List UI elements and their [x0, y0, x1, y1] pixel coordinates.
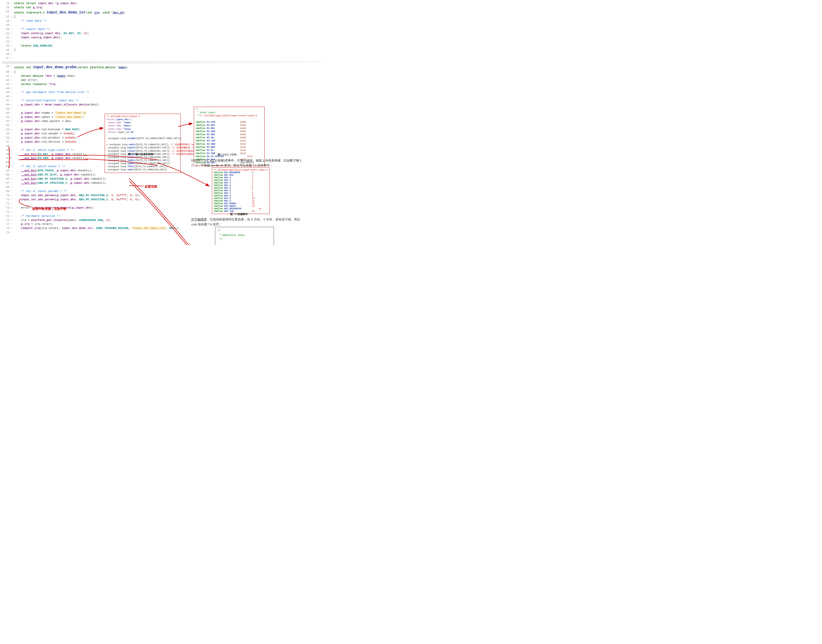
code-line: 33:	[2, 40, 322, 44]
line-number: 34	[2, 44, 11, 48]
line-text	[14, 185, 322, 189]
code-line: 25:static int g_irq;	[2, 6, 322, 10]
code-line: 44:	[2, 87, 322, 91]
code-line: 67: __set_bit(ABS_MT_POSITION_Y, g_input…	[2, 181, 322, 185]
code-line: 40:{	[2, 70, 322, 74]
line-text: static irqreturn_t input_dev_demo_isr(in…	[14, 10, 322, 15]
code-line: 28: /* read data */	[2, 19, 322, 23]
line-number: 42	[2, 78, 11, 83]
line-number: 37	[2, 56, 11, 60]
line-number: 77	[2, 222, 11, 226]
line-text: input_set_abs_params(g_input_dev, ABS_MT…	[14, 193, 322, 198]
line-text: static int input_dev_demo_probe(struct p…	[14, 64, 322, 70]
line-number: 71	[2, 198, 11, 202]
line-text: input_sync(g_input_dev);	[14, 36, 322, 40]
line-number: 52	[2, 120, 11, 124]
line-text: request_irq(irq->start, input_dev_demo_i…	[14, 226, 322, 230]
figure-7-2-caption: 图 7.2 输入设备结构体	[105, 152, 177, 156]
code-line: 41: struct device *dev = &pdev->dev;	[2, 74, 322, 78]
line-number: 44	[2, 87, 11, 91]
line-text: {	[14, 15, 322, 19]
line-number: 36	[2, 52, 11, 56]
line-text: /* report data */	[14, 28, 322, 32]
line-text: {	[14, 70, 322, 74]
line-text: /* alloc/set/register input_dev */	[14, 99, 322, 103]
line-text: /* get hardware info from device tree */	[14, 90, 322, 95]
code-block-isr: 24:static struct input_dev *g_input_dev;…	[2, 2, 322, 60]
code-line: 27:{	[2, 15, 322, 19]
line-text: struct device *dev = &pdev->dev;	[14, 74, 322, 78]
line-number: 26	[2, 10, 11, 15]
line-number: 65	[2, 173, 11, 177]
line-number: 67	[2, 181, 11, 185]
line-number: 79	[2, 230, 11, 235]
line-text: input_event(g_input_dev, EV_KEY, XX, 0);	[14, 32, 322, 36]
figure-7-2-box: // include/linux/input.h struct input_de…	[105, 114, 181, 173]
line-number: 53	[2, 124, 11, 128]
line-number: 45	[2, 90, 11, 95]
code-line: 26:static irqreturn_t input_dev_demo_isr…	[2, 10, 322, 15]
prose-touchscreen: 对于触摸屏，它提供的是绝对位置信息，有 X 方向、Y 方向，还有压力值。所以 c…	[191, 217, 302, 227]
line-number: 74	[2, 210, 11, 214]
line-number: 55	[2, 132, 11, 136]
line-number: 56	[2, 136, 11, 140]
document-page: 24:static struct input_dev *g_input_dev;…	[0, 0, 325, 245]
line-number: 40	[2, 70, 11, 74]
line-text: }	[14, 48, 322, 52]
line-number: 54	[2, 128, 11, 132]
prose-evkey: 比如对于 EV_KEY(按键)类事件，它表示键盘。键盘上有很多按键，比如数字键 …	[191, 158, 308, 168]
figure-7-5-caption: 图 7.5 按键事件	[212, 212, 266, 216]
line-number: 41	[2, 74, 11, 78]
figure-7-5-box: // include/uapi/linux/input-event-codes.…	[212, 167, 270, 214]
line-text: input_set_abs_params(g_input_dev, ABS_MT…	[14, 198, 322, 202]
line-number: 66	[2, 177, 11, 181]
line-number: 78	[2, 226, 11, 230]
code-line: 70: input_set_abs_params(g_input_dev, AB…	[2, 193, 322, 198]
code-line: 66: __set_bit(ABS_MT_POSITION_X, g_input…	[2, 177, 322, 181]
line-number: 76	[2, 218, 11, 222]
line-number: 46	[2, 95, 11, 99]
line-number: 27	[2, 15, 11, 19]
code-line: 72:	[2, 202, 322, 206]
line-text: return IRQ_HANDLED;	[14, 44, 322, 48]
line-text: struct resource *irq;	[14, 83, 322, 87]
line-text: __set_bit(ABS_MT_SLOT, g_input_dev->absb…	[14, 173, 322, 177]
line-number: 73	[2, 206, 11, 210]
code-line: 31: input_event(g_input_dev, EV_KEY, XX,…	[2, 32, 322, 36]
line-number: 28	[2, 19, 11, 23]
section-shadow	[2, 62, 322, 64]
line-text	[14, 40, 322, 44]
code-line: 71: input_set_abs_params(g_input_dev, AB…	[2, 198, 322, 202]
code-line: 32: input_sync(g_input_dev);	[2, 36, 322, 40]
line-number: 72	[2, 202, 11, 206]
code-line: 34: return IRQ_HANDLED;	[2, 44, 322, 48]
code-line: 48: g_input_dev = devm_input_allocate_de…	[2, 103, 322, 107]
line-text	[14, 230, 322, 235]
figure-7-4-box: /* * Event types */// include/uapi/linux…	[194, 107, 265, 166]
line-text	[14, 107, 322, 111]
code-line: 29:	[2, 23, 322, 28]
line-number: 50	[2, 111, 11, 115]
line-number: 75	[2, 214, 11, 218]
line-number: 51	[2, 115, 11, 120]
code-line: 43: struct resource *irq;	[2, 83, 322, 87]
line-text	[14, 56, 322, 60]
figure-7-6-box: /* * Absolute axes */ #define ABS_X 0x00…	[215, 227, 274, 245]
line-number: 24	[2, 2, 11, 6]
line-number: 39	[2, 64, 11, 70]
line-number: 29	[2, 23, 11, 28]
line-text	[14, 52, 322, 56]
line-number: 47	[2, 99, 11, 103]
anno-set-range: 设置范围	[145, 184, 157, 189]
line-number: 70	[2, 193, 11, 198]
line-text	[14, 95, 322, 99]
line-number: 30	[2, 28, 11, 32]
code-line: 49:	[2, 107, 322, 111]
line-number: 31	[2, 32, 11, 36]
line-text: __set_bit(ABS_MT_POSITION_X, g_input_dev…	[14, 177, 322, 181]
line-text	[14, 202, 322, 206]
line-number: 69	[2, 189, 11, 193]
line-text: __set_bit(ABS_MT_POSITION_Y, g_input_dev…	[14, 181, 322, 185]
line-number: 49	[2, 107, 11, 111]
line-number: 68	[2, 185, 11, 189]
